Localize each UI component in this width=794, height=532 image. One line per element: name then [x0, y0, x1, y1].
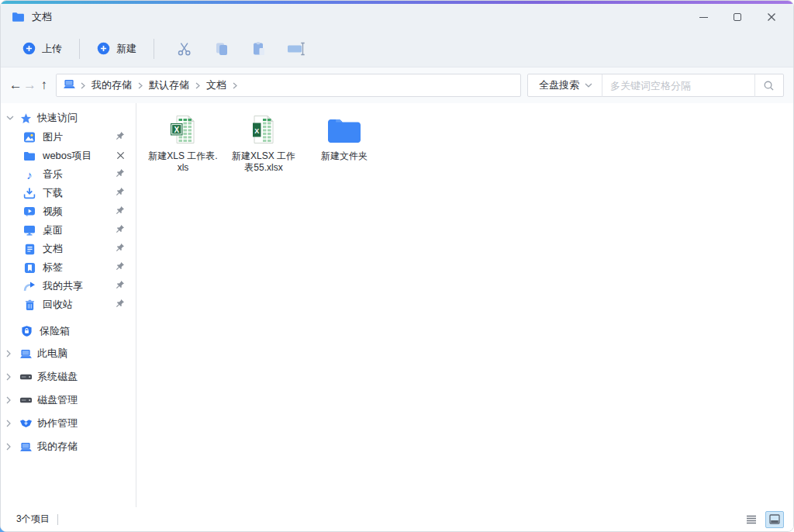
minimize-button[interactable]	[686, 6, 720, 28]
list-view-button[interactable]	[742, 511, 761, 528]
computer-icon	[63, 78, 76, 92]
xlsx-file-icon: X	[250, 111, 277, 145]
chevron-right-icon	[6, 350, 14, 358]
pin-icon[interactable]	[115, 280, 125, 292]
collaboration-icon	[19, 419, 33, 428]
sidebar-item-vault[interactable]: 保险箱	[1, 320, 136, 342]
picture-icon	[22, 131, 36, 143]
search-input[interactable]	[602, 80, 754, 92]
pin-icon[interactable]	[115, 299, 125, 311]
file-item-new-folder[interactable]: 新建文件夹	[304, 109, 385, 174]
chevron-right-icon	[6, 420, 14, 427]
disk-icon	[19, 373, 33, 381]
sidebar-section-label: 快速访问	[37, 111, 78, 125]
folder-icon	[326, 111, 362, 145]
chevron-right-icon	[6, 373, 14, 381]
star-icon	[19, 112, 33, 124]
new-button[interactable]: 新建	[97, 42, 136, 56]
sidebar-item-label: 桌面	[43, 223, 63, 237]
svg-text:X: X	[174, 126, 179, 134]
sidebar-item-this-pc[interactable]: 此电脑	[1, 342, 136, 365]
pin-icon[interactable]	[115, 261, 125, 274]
search-icon	[763, 80, 775, 92]
rename-button[interactable]	[283, 42, 309, 56]
search-scope-dropdown[interactable]: 全盘搜索	[528, 78, 602, 92]
breadcrumb-segment[interactable]: 文档	[205, 78, 228, 92]
up-button[interactable]: ↑	[37, 74, 51, 97]
back-button[interactable]: ←	[9, 74, 22, 97]
sidebar-item-label: 协作管理	[37, 416, 78, 430]
paste-icon	[251, 41, 267, 57]
pin-icon[interactable]	[115, 187, 125, 199]
sidebar-section-quick-access[interactable]: 快速访问	[1, 108, 136, 128]
file-list-area[interactable]: X 新建XLS 工作表.xls	[136, 103, 793, 507]
large-icon-view-icon	[769, 514, 780, 524]
file-manager-window: 文档 上传 新建	[0, 0, 794, 532]
chevron-right-icon	[6, 443, 14, 451]
file-name: 新建XLSX 工作表55.xlsx	[228, 150, 299, 174]
pin-icon[interactable]	[115, 243, 125, 255]
upload-button[interactable]: 上传	[22, 42, 62, 56]
sidebar-item-label: 视频	[43, 205, 63, 219]
breadcrumb[interactable]: 我的存储 默认存储 文档	[56, 74, 521, 97]
music-icon: ♪	[22, 169, 36, 181]
copy-icon	[214, 41, 230, 57]
sidebar-item-label: webos项目	[43, 149, 92, 163]
search-button[interactable]	[755, 74, 783, 97]
pin-icon[interactable]	[115, 168, 125, 181]
minimize-icon	[699, 17, 708, 18]
sidebar-item-downloads[interactable]: 下载	[1, 184, 136, 202]
plus-circle-icon	[97, 42, 110, 55]
file-item-xlsx[interactable]: X 新建XLSX 工作表55.xlsx	[223, 109, 304, 174]
tag-icon	[22, 262, 36, 274]
chevron-right-icon	[233, 82, 237, 89]
sidebar-item-system-disk[interactable]: 系统磁盘	[1, 365, 136, 389]
file-item-xls[interactable]: X 新建XLS 工作表.xls	[143, 109, 223, 174]
chevron-down-icon	[6, 116, 14, 120]
sidebar-item-label: 音乐	[43, 168, 63, 181]
pin-icon[interactable]	[115, 131, 125, 143]
sidebar-item-label: 我的共享	[43, 279, 83, 293]
chevron-down-icon	[585, 83, 592, 88]
sidebar-item-music[interactable]: ♪ 音乐	[1, 165, 136, 184]
breadcrumb-segment[interactable]: 默认存储	[147, 78, 191, 92]
toolbar: 上传 新建	[1, 30, 793, 67]
sidebar-item-collaboration[interactable]: 协作管理	[1, 412, 136, 435]
status-divider	[57, 514, 58, 525]
statusbar: 3个项目	[1, 507, 793, 531]
upload-label: 上传	[42, 42, 62, 56]
plus-circle-icon	[22, 42, 36, 55]
large-icon-view-button[interactable]	[765, 511, 784, 528]
rename-icon	[287, 42, 306, 56]
sidebar-item-tags[interactable]: 标签	[1, 258, 136, 277]
pin-icon[interactable]	[115, 224, 125, 237]
sidebar-item-desktop[interactable]: 桌面	[1, 221, 136, 240]
chevron-right-icon	[6, 396, 14, 404]
paste-button[interactable]	[246, 41, 272, 57]
toolbar-divider	[79, 39, 80, 59]
maximize-button[interactable]	[720, 6, 754, 28]
navigation-bar: ← → ↑ 我的存储 默认存储 文档 全盘搜索	[1, 67, 793, 103]
sidebar-item-documents[interactable]: 文档	[1, 240, 136, 258]
sidebar-item-recycle-bin[interactable]: 回收站	[1, 295, 136, 314]
window-title: 文档	[32, 10, 52, 24]
sidebar-item-disk-management[interactable]: 磁盘管理	[1, 389, 136, 412]
breadcrumb-segment[interactable]: 我的存储	[90, 78, 133, 92]
pin-icon[interactable]	[115, 206, 125, 218]
cut-button[interactable]	[171, 41, 198, 57]
forward-button[interactable]: →	[22, 74, 36, 97]
sidebar-item-pictures[interactable]: 图片	[1, 128, 136, 147]
item-count: 3个项目	[16, 513, 50, 526]
close-button[interactable]	[754, 6, 789, 28]
copy-button[interactable]	[209, 41, 235, 57]
folder-icon	[12, 12, 25, 22]
sidebar-item-videos[interactable]: 视频	[1, 202, 136, 221]
video-icon	[22, 206, 36, 217]
sidebar-item-webos-project[interactable]: webos项目	[1, 147, 136, 165]
remove-icon[interactable]	[116, 150, 125, 162]
xls-file-icon: X	[169, 111, 197, 145]
sidebar-item-my-storage[interactable]: 我的存储	[1, 435, 136, 458]
search-scope-label: 全盘搜索	[539, 78, 579, 92]
sidebar-item-my-shares[interactable]: 我的共享	[1, 277, 136, 295]
disk-icon	[19, 396, 33, 404]
